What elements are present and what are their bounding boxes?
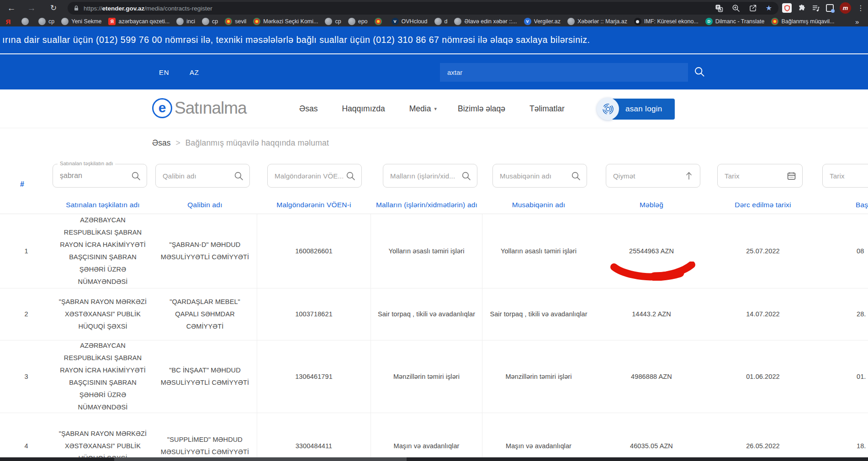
bookmarks-bar: Я cp Yeni Sekme Я azərbaycan qəzeti... i… — [0, 16, 868, 26]
filter-date-to-input[interactable]: Tarix — [822, 164, 868, 188]
site-logo[interactable]: e Satınalma — [152, 98, 247, 118]
bookmark-favicon — [375, 18, 382, 25]
bookmark-favicon — [325, 18, 332, 25]
column-header[interactable]: Dərc edilmə tarixi — [708, 201, 818, 209]
column-header[interactable]: Başl — [818, 201, 868, 209]
cell-amount: 14443.2 AZN — [595, 288, 708, 341]
bookmark-favicon — [21, 18, 29, 25]
translate-icon[interactable] — [715, 4, 723, 12]
filter-goods-input[interactable]: Malların (işlərin/xid... — [383, 164, 477, 188]
site-search-input[interactable]: axtar — [440, 63, 688, 82]
column-header[interactable]: Malgöndərənin VÖEN-i — [257, 201, 371, 209]
bookmark-star-icon[interactable]: ★ — [766, 5, 772, 12]
calendar-icon[interactable] — [787, 171, 796, 181]
bookmark-item[interactable] — [21, 18, 32, 25]
bookmark-item[interactable]: Я azərbaycan qəzeti... — [108, 18, 169, 25]
column-header[interactable]: Satınalan təşkilatın adı — [53, 201, 153, 209]
search-icon[interactable] — [131, 171, 141, 181]
bookmark-item[interactable]: cp — [202, 18, 218, 25]
cell-goods: Mənzillərin təmiri işləri — [371, 341, 482, 413]
sort-up-icon[interactable] — [684, 171, 694, 181]
banner-text: ırına dair suallar üçün (012) 599 76 00 … — [0, 35, 590, 45]
bookmark-item[interactable]: Əlavə edin xəbər ::... — [454, 18, 517, 25]
contracts-table-header: Satınalan təşkilatın adı Qalibin adı Mal… — [0, 196, 868, 214]
filter-floating-label: Satınalan təşkilatın adı — [58, 161, 115, 166]
bookmark-item[interactable]: Xəbərlər :: Marja.az — [567, 18, 627, 25]
notes-extension-icon[interactable] — [826, 4, 834, 12]
bookmark-item[interactable]: IMF: Küresel ekono... — [634, 18, 699, 25]
bookmark-favicon: V — [392, 18, 399, 25]
bookmark-item[interactable]: V Vergiler.az — [524, 18, 561, 25]
cell-voen: 1306461791 — [257, 341, 371, 413]
bookmark-favicon: V — [524, 18, 531, 25]
nav-item[interactable]: Media▾ — [409, 104, 437, 114]
bookmark-item[interactable] — [375, 18, 385, 25]
bookmark-item[interactable]: d — [434, 18, 448, 25]
cell-buyer-org: "ŞABRAN RAYON MƏRKƏZİ XƏSTƏXANASI" PUBLİ… — [53, 413, 153, 461]
back-icon[interactable]: ← — [5, 2, 18, 15]
cell-row-number: 2 — [0, 288, 53, 341]
cell-start-date: 18. — [818, 413, 868, 461]
asan-login-button[interactable]: asan login — [597, 98, 675, 120]
search-icon[interactable] — [346, 171, 355, 181]
cell-voen: 1003718621 — [257, 288, 371, 341]
nav-item[interactable]: Haqqımızda — [342, 104, 388, 114]
nav-item[interactable]: Bizimlə əlaqə — [458, 104, 508, 114]
cell-goods: Yolların əsaslı təmiri işləri — [371, 214, 482, 288]
cell-amount: 46035.05 AZN — [595, 413, 708, 461]
search-icon[interactable] — [571, 171, 581, 181]
column-header[interactable]: Qalibin adı — [153, 201, 257, 209]
scrollbar-thumb[interactable] — [114, 457, 407, 461]
nav-item[interactable]: Təlimatlar — [529, 104, 568, 114]
filter-winner-input[interactable]: Qalibin adı — [155, 164, 250, 188]
puzzle-extension-icon[interactable] — [798, 4, 806, 12]
bookmark-item[interactable]: V OVHcloud — [392, 18, 428, 25]
contracts-table-body: 1 AZƏRBAYCAN RESPUBLİKASI ŞABRAN RAYON İ… — [0, 214, 868, 461]
playlist-extension-icon[interactable] — [812, 4, 820, 12]
breadcrumb-home[interactable]: Əsas — [152, 138, 170, 148]
bookmark-item[interactable]: Bağlanmış müqavil... — [771, 18, 834, 25]
column-header[interactable]: Məbləğ — [595, 201, 708, 209]
url-text: https://etender.gov.az/media/contracts-r… — [84, 5, 715, 12]
shield-extension-icon[interactable] — [782, 3, 792, 13]
column-header[interactable]: Malların (işlərin/xidmətlərin) adı — [371, 201, 482, 209]
filter-tender-input[interactable]: Musabiqənin adı — [492, 164, 587, 188]
bookmarks-overflow-icon[interactable]: » — [855, 18, 859, 26]
bookmark-item[interactable]: Yeni Sekme — [61, 18, 101, 25]
bookmark-favicon — [634, 18, 641, 25]
nav-item[interactable]: Əsas — [299, 104, 321, 114]
lang-en[interactable]: EN — [159, 68, 169, 76]
main-nav: Əsas Haqqımızda Media▾ Bizimlə əlaqə Təl… — [299, 89, 568, 128]
bookmark-item[interactable]: Я — [5, 18, 15, 25]
bookmark-item[interactable]: inci — [176, 18, 195, 25]
bookmark-item[interactable]: Mərkəzi Seçki Komi... — [253, 18, 318, 25]
search-icon[interactable] — [461, 171, 471, 181]
bookmark-item[interactable]: epo — [348, 18, 368, 25]
column-header-number: # — [20, 180, 24, 189]
bookmark-item[interactable]: cp — [325, 18, 341, 25]
column-header[interactable]: Musabiqənin adı — [482, 201, 595, 209]
filter-price-input[interactable]: Qiymət — [606, 164, 700, 188]
bookmark-favicon: Я — [5, 18, 12, 25]
url-bar[interactable]: https://etender.gov.az/media/contracts-r… — [68, 2, 778, 15]
lang-az[interactable]: AZ — [190, 68, 199, 76]
fingerprint-icon — [597, 98, 619, 120]
filter-buyer-org-input[interactable]: Satınalan təşkilatın adı şabran — [53, 164, 147, 188]
bookmark-item[interactable]: D Dilmanc - Translate — [705, 18, 765, 25]
reload-icon[interactable]: ↻ — [47, 2, 60, 15]
filter-voen-input[interactable]: Malgöndərənin VÖE... — [267, 164, 362, 188]
bookmark-item[interactable]: sevil — [225, 18, 246, 25]
cell-goods: Maşın və avadanlıqlar — [371, 413, 482, 461]
bookmark-favicon — [434, 18, 442, 25]
search-icon[interactable] — [234, 171, 243, 181]
search-icon[interactable] — [694, 66, 705, 77]
filter-date-from-input[interactable]: Tarix — [717, 164, 803, 188]
menu-kebab-icon[interactable]: ⋮ — [857, 2, 864, 14]
horizontal-scrollbar[interactable] — [0, 457, 868, 461]
share-icon[interactable] — [749, 4, 757, 12]
cell-winner: "ŞABRAN-D" MƏHDUD MƏSULİYYƏTLİ CƏMİYYƏTİ — [153, 214, 257, 288]
bookmark-item[interactable]: cp — [38, 18, 54, 25]
profile-avatar[interactable]: m — [840, 2, 851, 14]
forward-icon[interactable]: → — [25, 2, 38, 15]
zoom-icon[interactable] — [732, 4, 740, 12]
